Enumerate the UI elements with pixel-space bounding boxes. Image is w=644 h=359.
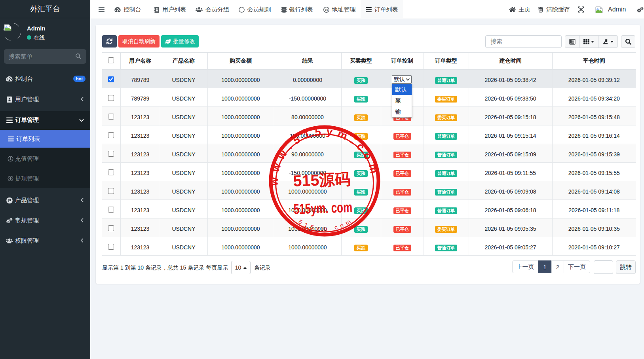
svg-text:cc: cc [325,8,328,11]
